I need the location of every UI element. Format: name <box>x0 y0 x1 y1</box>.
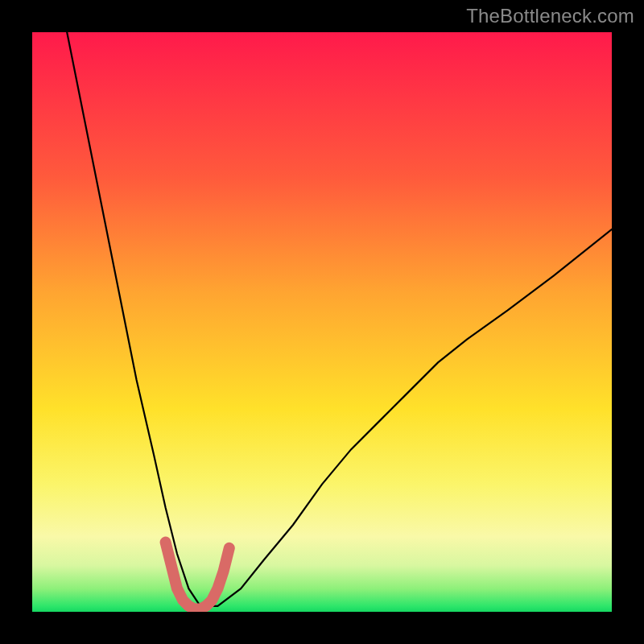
chart-frame: TheBottleneck.com <box>0 0 644 644</box>
valley-highlight-path <box>166 543 229 609</box>
watermark-text: TheBottleneck.com <box>466 5 634 27</box>
bottleneck-curve-path <box>67 32 612 606</box>
plot-area <box>32 32 612 612</box>
curve-svg <box>32 32 612 612</box>
